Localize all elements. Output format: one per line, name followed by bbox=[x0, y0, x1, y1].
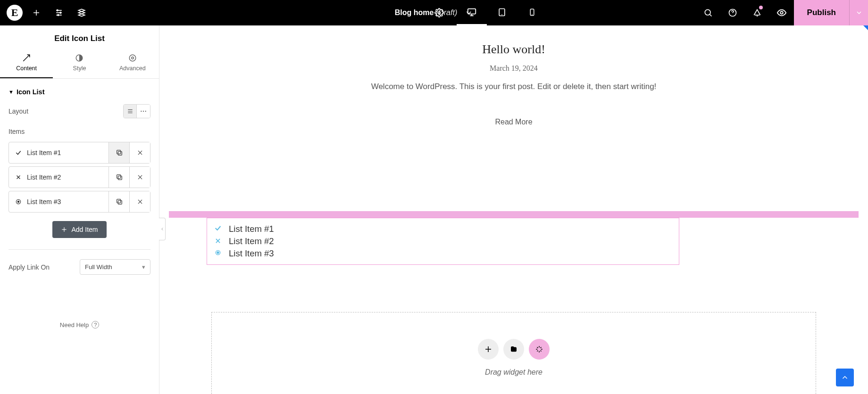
remove-item-button[interactable] bbox=[129, 191, 150, 212]
scroll-to-top-button[interactable] bbox=[836, 369, 854, 386]
list-item-text: List Item #2 bbox=[229, 236, 274, 246]
layout-toggle bbox=[123, 104, 150, 118]
tab-style-label: Style bbox=[73, 65, 86, 72]
svg-rect-39 bbox=[117, 175, 120, 179]
svg-point-8 bbox=[438, 12, 441, 14]
page-settings-button[interactable] bbox=[430, 4, 448, 22]
need-help-label: Need Help bbox=[60, 321, 89, 328]
post-title[interactable]: Hello world! bbox=[159, 42, 868, 57]
icon-list-widget[interactable]: List Item #1 List Item #2 List Item #3 bbox=[207, 218, 679, 265]
add-element-button[interactable] bbox=[27, 4, 45, 22]
items-label: Items bbox=[0, 124, 159, 139]
apply-link-select[interactable]: Full Width bbox=[80, 259, 150, 275]
add-widget-button[interactable] bbox=[478, 339, 499, 360]
ai-button[interactable] bbox=[529, 339, 550, 360]
responsive-device-switcher bbox=[457, 0, 547, 25]
empty-section-dropzone[interactable]: Drag widget here bbox=[211, 312, 816, 394]
control-apply-link-on: Apply Link On Full Width bbox=[0, 250, 159, 284]
dot-circle-icon bbox=[15, 198, 22, 205]
repeater-item-label: List Item #2 bbox=[27, 173, 61, 181]
help-circle-icon: ? bbox=[92, 321, 99, 328]
svg-point-22 bbox=[780, 11, 783, 14]
publish-options-button[interactable] bbox=[849, 0, 868, 25]
svg-point-29 bbox=[141, 111, 142, 112]
svg-rect-32 bbox=[118, 151, 122, 155]
repeater-item[interactable]: List Item #2 bbox=[8, 166, 150, 188]
tab-style[interactable]: Style bbox=[53, 49, 106, 78]
list-item[interactable]: List Item #2 bbox=[214, 235, 672, 247]
layout-inline-button[interactable] bbox=[137, 105, 150, 118]
elementor-logo[interactable]: E bbox=[7, 5, 23, 21]
notifications-button[interactable] bbox=[745, 0, 769, 25]
list-item[interactable]: List Item #3 bbox=[214, 247, 672, 260]
device-mobile-button[interactable] bbox=[517, 0, 547, 25]
section-handle[interactable] bbox=[169, 211, 859, 218]
remove-item-button[interactable] bbox=[129, 142, 150, 163]
svg-point-43 bbox=[17, 201, 19, 203]
section-title: Icon List bbox=[17, 88, 45, 96]
svg-point-30 bbox=[143, 111, 144, 112]
document-name: Blog home bbox=[395, 8, 434, 16]
caret-down-icon: ▼ bbox=[8, 89, 14, 95]
publish-button[interactable]: Publish bbox=[794, 0, 849, 25]
notification-dot-icon bbox=[759, 6, 763, 9]
add-item-button[interactable]: Add Item bbox=[52, 221, 106, 238]
need-help-link[interactable]: Need Help ? bbox=[0, 321, 159, 328]
times-icon bbox=[15, 174, 22, 180]
svg-rect-33 bbox=[117, 150, 120, 154]
svg-point-24 bbox=[132, 57, 134, 59]
repeater-item[interactable]: List Item #3 bbox=[8, 191, 150, 213]
device-tablet-button[interactable] bbox=[487, 0, 517, 25]
panel-title: Edit Icon List bbox=[0, 25, 159, 49]
svg-rect-38 bbox=[118, 176, 122, 180]
device-desktop-button[interactable] bbox=[457, 0, 487, 25]
dropzone-hint: Drag widget here bbox=[212, 368, 816, 377]
duplicate-item-button[interactable] bbox=[108, 167, 129, 188]
svg-rect-44 bbox=[118, 200, 122, 204]
post-excerpt: Welcome to WordPress. This is your first… bbox=[159, 82, 868, 91]
list-item-text: List Item #3 bbox=[229, 248, 274, 259]
svg-point-53 bbox=[217, 252, 219, 254]
tab-advanced-label: Advanced bbox=[119, 65, 146, 72]
structure-button[interactable] bbox=[73, 4, 91, 22]
svg-rect-45 bbox=[117, 199, 120, 203]
times-icon bbox=[214, 236, 222, 246]
duplicate-item-button[interactable] bbox=[108, 191, 129, 212]
section-icon-list-header[interactable]: ▼ Icon List bbox=[0, 79, 159, 98]
list-item[interactable]: List Item #1 bbox=[214, 223, 672, 235]
svg-rect-9 bbox=[468, 8, 476, 14]
app-topbar: E Blog home (Draft) bbox=[0, 0, 868, 25]
remove-item-button[interactable] bbox=[129, 167, 150, 188]
blog-post-preview: Hello world! March 19, 2024 Welcome to W… bbox=[159, 42, 868, 126]
finder-search-button[interactable] bbox=[696, 0, 720, 25]
svg-line-17 bbox=[709, 15, 711, 16]
panel-tabs: Content Style Advanced bbox=[0, 49, 159, 79]
tab-advanced[interactable]: Advanced bbox=[106, 49, 159, 78]
svg-point-16 bbox=[705, 9, 710, 15]
preview-button[interactable] bbox=[769, 0, 794, 25]
svg-point-25 bbox=[129, 55, 136, 61]
apply-link-value: Full Width bbox=[85, 263, 112, 271]
editor-panel: Edit Icon List Content Style Advanced ▼ … bbox=[0, 25, 159, 394]
repeater-item[interactable]: List Item #1 bbox=[8, 142, 150, 164]
repeater-item-label: List Item #1 bbox=[27, 149, 61, 156]
add-template-button[interactable] bbox=[503, 339, 524, 360]
check-icon bbox=[15, 149, 22, 156]
list-item-text: List Item #1 bbox=[229, 224, 274, 234]
apply-link-label: Apply Link On bbox=[8, 263, 50, 271]
read-more-link[interactable]: Read More bbox=[495, 118, 532, 126]
dot-circle-icon bbox=[214, 248, 222, 259]
post-date: March 19, 2024 bbox=[159, 64, 868, 73]
publish-label: Publish bbox=[807, 8, 836, 17]
repeater-item-label: List Item #3 bbox=[27, 198, 61, 205]
add-item-label: Add Item bbox=[71, 226, 98, 233]
duplicate-item-button[interactable] bbox=[108, 142, 129, 163]
editor-canvas[interactable]: Hello world! March 19, 2024 Welcome to W… bbox=[159, 25, 868, 394]
site-settings-button[interactable] bbox=[50, 4, 68, 22]
svg-point-31 bbox=[145, 111, 146, 112]
layout-vertical-button[interactable] bbox=[124, 105, 137, 118]
tab-content[interactable]: Content bbox=[0, 49, 53, 78]
tab-content-label: Content bbox=[16, 65, 37, 72]
corner-indicator-icon bbox=[863, 25, 868, 30]
help-button[interactable] bbox=[720, 0, 745, 25]
